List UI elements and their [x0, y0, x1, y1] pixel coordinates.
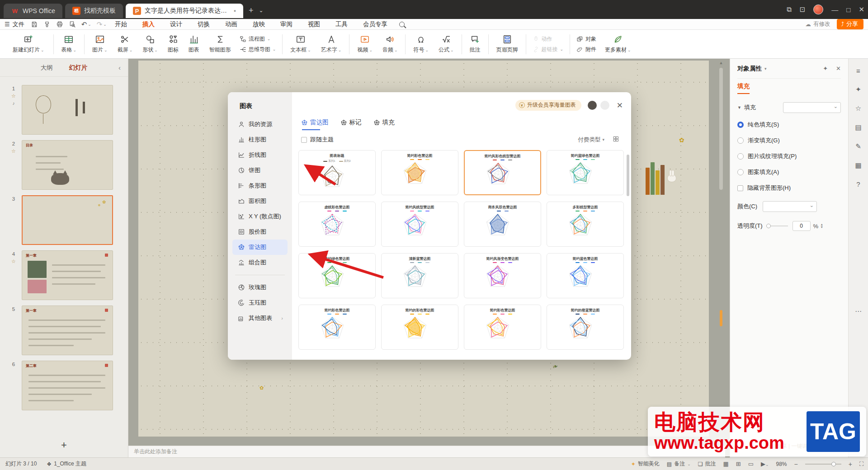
chart-type-饼图[interactable]: 饼图 — [232, 163, 288, 178]
panel-title-chevron-icon[interactable]: ▾ — [764, 66, 767, 71]
rail-effects-icon[interactable]: ✦ — [855, 85, 861, 94]
scroll-up-icon[interactable]: ▲ — [718, 60, 724, 66]
slide-thumbnail-1[interactable] — [22, 85, 113, 135]
print-preview-icon[interactable] — [69, 21, 76, 28]
ribbon-button-smartart[interactable]: 智能图形 — [204, 31, 236, 57]
theme-button[interactable]: ❖ 1_Office 主题 — [47, 460, 86, 468]
notes-button[interactable]: ▤ 备注 ⌄ — [667, 460, 691, 468]
dialog-theme-icon[interactable] — [600, 101, 609, 110]
rail-help-icon[interactable]: ? — [856, 180, 860, 188]
ribbon-button-comment[interactable]: 批注 — [465, 31, 486, 57]
slideshow-play-icon[interactable]: ▶⌄ — [761, 461, 769, 467]
app-tab-3[interactable]: P文字是人类用符号记录表达信息以● — [126, 4, 243, 18]
share-button[interactable]: ⤴ 分享 — [837, 19, 864, 29]
chart-template-card-9[interactable]: 简约绿色雷达图 — [298, 253, 376, 298]
rail-edit-icon[interactable]: ✎ — [855, 142, 861, 150]
tab-list-chevron-icon[interactable]: ⌄ — [259, 7, 264, 14]
hide-background-checkbox[interactable]: 隐藏背景图形(H) — [737, 184, 841, 192]
gift-icon[interactable]: ⊡ — [800, 5, 806, 14]
rail-clipboard-icon[interactable]: ▤ — [855, 123, 861, 132]
fill-style-select[interactable] — [783, 102, 841, 113]
redo-icon[interactable]: ↷⌄ — [97, 20, 107, 28]
dialog-tab-标记[interactable]: 标记 — [340, 118, 362, 130]
pay-type-dropdown[interactable]: 付费类型▾ — [578, 136, 604, 144]
menu-tab-5[interactable]: 动画 — [225, 20, 237, 28]
chart-type-股价图[interactable]: 股价图 — [232, 224, 288, 240]
menu-tab-6[interactable]: 放映 — [253, 20, 265, 28]
menu-tab-8[interactable]: 视图 — [308, 20, 320, 28]
notes-bar[interactable]: 单击此处添加备注 — [128, 446, 725, 457]
chart-template-card-2[interactable]: 简约彩色雷达图 — [381, 150, 458, 195]
user-avatar[interactable] — [813, 5, 823, 14]
undo-icon[interactable]: ↶⌄ — [81, 20, 91, 28]
ribbon-button-symbol[interactable]: 符号⌄ — [408, 31, 434, 57]
rail-favorites-icon[interactable]: ☆ — [855, 104, 861, 113]
maximize-button[interactable]: □ — [846, 6, 850, 14]
tab-outline[interactable]: 大纲 — [41, 64, 53, 72]
chart-type-其他图表[interactable]: 其他图表› — [232, 310, 288, 326]
menu-tab-3[interactable]: 设计 — [170, 20, 182, 28]
chart-template-card-4[interactable]: 简约蓝绿色雷达图 — [547, 150, 624, 195]
dialog-scrollbar[interactable] — [627, 151, 629, 354]
fill-option-4[interactable]: 图案填充(A) — [737, 168, 841, 176]
new-tab-button[interactable]: + — [249, 6, 254, 15]
minimize-button[interactable]: — — [831, 6, 838, 14]
chart-template-card-3[interactable]: 简约风彩色线型雷达图 — [464, 150, 541, 195]
zoom-level[interactable]: 98% — [776, 461, 787, 467]
ribbon-button-shapes[interactable]: 形状⌄ — [137, 31, 163, 57]
dialog-avatar-icon[interactable] — [588, 101, 597, 110]
search-icon[interactable] — [399, 22, 405, 27]
fill-option-2[interactable]: 渐变填充(G) — [737, 136, 841, 145]
chart-template-card-10[interactable]: 清新蓝雷达图 — [381, 253, 458, 298]
chart-type-折线图[interactable]: 折线图 — [232, 147, 288, 163]
chart-type-面积图[interactable]: 面积图 — [232, 193, 288, 209]
view-reading-icon[interactable]: ▭ — [748, 461, 754, 467]
rail-grid-icon[interactable]: ▦ — [855, 161, 861, 169]
opacity-spinner[interactable]: ▲▼ — [820, 223, 823, 229]
slide-thumbnail-6[interactable]: 第二章 — [22, 361, 113, 410]
menu-tab-2[interactable]: 插入 — [142, 20, 155, 28]
chart-template-card-11[interactable]: 简约风渐变色雷达图 — [464, 253, 541, 298]
opacity-slider[interactable] — [767, 226, 788, 226]
pin-icon[interactable]: ✦ — [823, 65, 828, 72]
chart-type-我的资源[interactable]: 我的资源 — [232, 117, 288, 132]
ribbon-button-header-footer[interactable]: 页眉页脚 — [491, 31, 523, 57]
menu-tab-1[interactable]: 开始 — [115, 20, 127, 28]
ribbon-button-formula[interactable]: 公式⌄ — [434, 31, 459, 57]
slide-thumbnail-4[interactable]: 第一章 — [22, 250, 113, 300]
ribbon-button-icon-library[interactable]: 图标 — [163, 31, 184, 57]
ribbon-button-screenshot[interactable]: 截屏⌄ — [113, 31, 138, 57]
print-icon[interactable] — [56, 21, 63, 28]
chart-type-玉珏图[interactable]: 玉珏图 — [232, 295, 288, 310]
split-view-icon[interactable]: ⧉ — [787, 5, 792, 14]
section-chevron-icon[interactable]: ▼ — [737, 105, 741, 110]
dialog-tab-雷达图[interactable]: 雷达图 — [301, 118, 329, 130]
panel-close-icon[interactable]: ✕ — [836, 65, 841, 72]
ribbon-button-audio[interactable]: 音频⌄ — [377, 31, 403, 57]
ribbon-button-flowchart[interactable]: 流程图⌄ — [240, 35, 276, 43]
ribbon-button-attachment[interactable]: 附件 — [576, 46, 596, 53]
chart-template-card-15[interactable]: 简约彩色雷达图 — [464, 305, 541, 350]
chart-template-card-16[interactable]: 简约的橙蓝雷达图 — [547, 305, 624, 350]
view-normal-icon[interactable]: ▦ — [723, 461, 728, 467]
menu-tab-4[interactable]: 切换 — [198, 20, 210, 28]
ribbon-button-table[interactable]: 表格⌄ — [57, 31, 82, 57]
ribbon-button-more-material[interactable]: 更多素材⌄ — [600, 31, 636, 57]
fit-slide-icon[interactable]: ⛶ — [859, 461, 863, 468]
ribbon-button-object[interactable]: 对象 — [576, 35, 596, 43]
app-tab-2[interactable]: 稻找稻壳模板 — [65, 4, 123, 18]
ribbon-button-new-slide[interactable]: 新建幻灯片⌄ — [6, 31, 51, 57]
tab-fill[interactable]: 填充 — [737, 82, 750, 94]
format-brush-icon[interactable] — [43, 21, 51, 28]
slide-thumbnail-3[interactable]: ✿✿ — [22, 195, 113, 245]
ribbon-button-chart[interactable]: 图表 — [184, 31, 204, 57]
chart-template-card-13[interactable]: 简约彩色雷达图 — [298, 305, 376, 350]
app-tab-1[interactable]: WWPS Office — [4, 4, 62, 18]
chart-type-雷达图[interactable]: 雷达图 — [232, 240, 288, 255]
beautify-button[interactable]: ✦ 智能美化 — [631, 460, 660, 468]
tab-slides[interactable]: 幻灯片 — [69, 64, 88, 72]
menu-tab-9[interactable]: 工具 — [335, 20, 348, 28]
ribbon-button-wordart[interactable]: 艺术字⌄ — [316, 31, 347, 57]
ribbon-button-picture[interactable]: 图片⌄ — [87, 31, 113, 57]
ribbon-button-mindmap[interactable]: 思维导图⌄ — [240, 46, 276, 53]
